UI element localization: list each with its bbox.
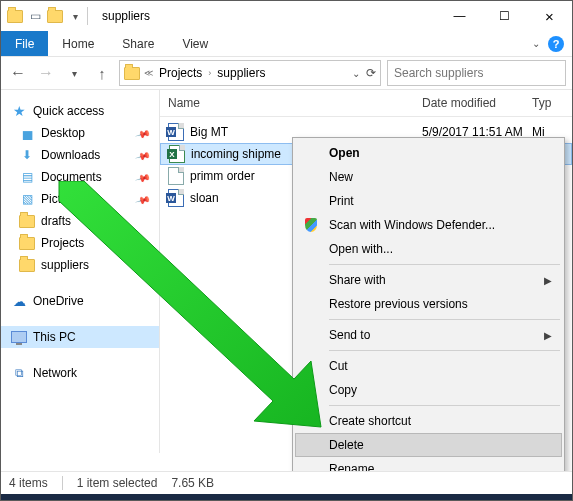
download-icon: ⬇ [19, 147, 35, 163]
file-name: primm order [190, 169, 255, 183]
column-headers: Name Date modified Typ [160, 90, 572, 117]
close-button[interactable]: × [527, 1, 572, 31]
navigation-pane: ★ Quick access ▅Desktop📌 ⬇Downloads📌 ▤Do… [1, 90, 160, 453]
nav-quick-access[interactable]: ★ Quick access [1, 100, 159, 122]
nav-label: Desktop [41, 126, 85, 140]
ctx-copy[interactable]: Copy [295, 378, 562, 402]
pc-icon [11, 329, 27, 345]
qat-dropdown-icon[interactable]: ▾ [67, 8, 83, 24]
ctx-open[interactable]: Open [295, 141, 562, 165]
qat: ▭ ▾ [7, 8, 83, 24]
ribbon-expand-icon[interactable]: ⌄ [532, 38, 540, 49]
ctx-delete[interactable]: Delete [295, 433, 562, 457]
search-placeholder: Search suppliers [394, 66, 483, 80]
separator [329, 350, 560, 351]
history-dropdown-icon[interactable]: ▾ [63, 62, 85, 84]
nav-onedrive[interactable]: ☁OneDrive [1, 290, 159, 312]
tab-share[interactable]: Share [108, 31, 168, 56]
separator [87, 7, 88, 25]
explorer-window: ▭ ▾ suppliers ― ☐ × File Home Share View… [0, 0, 573, 501]
nav-label: Pictures [41, 192, 84, 206]
tab-home[interactable]: Home [48, 31, 108, 56]
chevron-right-icon[interactable]: ≪ [144, 68, 153, 78]
new-folder-icon[interactable] [47, 8, 63, 24]
folder-icon [124, 65, 140, 81]
properties-icon[interactable]: ▭ [27, 8, 43, 24]
refresh-icon[interactable]: ⟳ [366, 66, 376, 80]
col-date[interactable]: Date modified [422, 96, 532, 110]
nav-drafts[interactable]: drafts [1, 210, 159, 232]
nav-label: This PC [33, 330, 76, 344]
file-name: sloan [190, 191, 219, 205]
document-icon [168, 168, 184, 184]
file-name: Big MT [190, 125, 228, 139]
nav-suppliers[interactable]: suppliers [1, 254, 159, 276]
status-bar: 4 items 1 item selected 7.65 KB [1, 471, 572, 494]
pin-icon: 📌 [135, 125, 151, 141]
separator [329, 405, 560, 406]
maximize-button[interactable]: ☐ [482, 1, 527, 31]
ctx-open-with[interactable]: Open with... [295, 237, 562, 261]
nav-desktop[interactable]: ▅Desktop📌 [1, 122, 159, 144]
ctx-restore[interactable]: Restore previous versions [295, 292, 562, 316]
breadcrumb-bar[interactable]: ≪ Projects › suppliers ⌄ ⟳ [119, 60, 381, 86]
status-item-count: 4 items [9, 476, 48, 490]
ctx-print[interactable]: Print [295, 189, 562, 213]
help-icon[interactable]: ? [548, 36, 564, 52]
nav-documents[interactable]: ▤Documents📌 [1, 166, 159, 188]
nav-label: Quick access [33, 104, 104, 118]
context-menu: Open New Print Scan with Windows Defende… [292, 137, 565, 501]
up-button[interactable]: ↑ [91, 62, 113, 84]
ctx-create-shortcut[interactable]: Create shortcut [295, 409, 562, 433]
forward-button[interactable]: → [35, 62, 57, 84]
ribbon-tabs: File Home Share View ⌄ ? [1, 31, 572, 56]
desktop-icon: ▅ [19, 125, 35, 141]
chevron-right-icon: ▶ [544, 330, 552, 341]
document-icon: ▤ [19, 169, 35, 185]
nav-network[interactable]: ⧉Network [1, 362, 159, 384]
ctx-defender[interactable]: Scan with Windows Defender... [295, 213, 562, 237]
nav-label: drafts [41, 214, 71, 228]
pin-icon: 📌 [135, 169, 151, 185]
status-selected: 1 item selected [77, 476, 158, 490]
nav-label: suppliers [41, 258, 89, 272]
breadcrumb-item[interactable]: suppliers [215, 66, 267, 80]
ctx-cut[interactable]: Cut [295, 354, 562, 378]
cloud-icon: ☁ [11, 293, 27, 309]
word-icon [168, 190, 184, 206]
nav-label: OneDrive [33, 294, 84, 308]
tab-file[interactable]: File [1, 31, 48, 56]
ctx-send-to[interactable]: Send to▶ [295, 323, 562, 347]
ctx-new[interactable]: New [295, 165, 562, 189]
nav-label: Documents [41, 170, 102, 184]
status-size: 7.65 KB [171, 476, 214, 490]
window-controls: ― ☐ × [437, 1, 572, 31]
chevron-right-icon: ▶ [544, 275, 552, 286]
breadcrumb-item[interactable]: Projects [157, 66, 204, 80]
tab-view[interactable]: View [168, 31, 222, 56]
nav-downloads[interactable]: ⬇Downloads📌 [1, 144, 159, 166]
separator [329, 264, 560, 265]
back-button[interactable]: ← [7, 62, 29, 84]
word-icon [168, 124, 184, 140]
nav-label: Downloads [41, 148, 100, 162]
minimize-button[interactable]: ― [437, 1, 482, 31]
pictures-icon: ▧ [19, 191, 35, 207]
ctx-share-with[interactable]: Share with▶ [295, 268, 562, 292]
nav-this-pc[interactable]: This PC [1, 326, 159, 348]
file-name: incoming shipme [191, 147, 281, 161]
address-dropdown-icon[interactable]: ⌄ [352, 68, 360, 79]
nav-projects[interactable]: Projects [1, 232, 159, 254]
star-icon: ★ [11, 103, 27, 119]
window-title: suppliers [102, 9, 150, 23]
folder-icon [19, 257, 35, 273]
pin-icon: 📌 [135, 147, 151, 163]
search-input[interactable]: Search suppliers [387, 60, 566, 86]
nav-label: Projects [41, 236, 84, 250]
excel-icon [169, 146, 185, 162]
separator [62, 476, 63, 490]
col-name[interactable]: Name [168, 96, 422, 110]
col-type[interactable]: Typ [532, 96, 572, 110]
chevron-right-icon: › [208, 68, 211, 78]
nav-pictures[interactable]: ▧Pictures📌 [1, 188, 159, 210]
